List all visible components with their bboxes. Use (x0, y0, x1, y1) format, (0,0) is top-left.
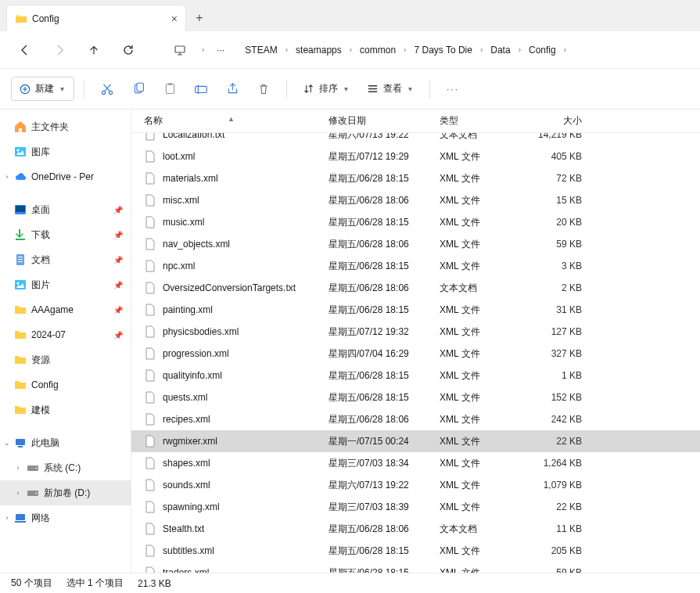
file-row[interactable]: qualityinfo.xml星期五/06/28 18:15XML 文件1 KB (131, 365, 700, 386)
file-modified: 星期五/06/28 18:15 (328, 216, 440, 229)
file-size: 1,079 KB (530, 480, 593, 491)
refresh-button[interactable] (114, 36, 142, 64)
col-type[interactable]: 类型 (440, 114, 530, 128)
chevron-right-icon[interactable]: › (562, 45, 568, 54)
pin-icon: 📌 (113, 306, 123, 314)
copy-button[interactable] (125, 76, 152, 102)
delete-button[interactable] (250, 76, 277, 102)
file-row[interactable]: recipes.xml星期五/06/28 18:06XML 文件242 KB (131, 408, 700, 430)
file-row[interactable]: sounds.xml星期六/07/13 19:22XML 文件1,079 KB (131, 474, 700, 496)
sidebar-item-network[interactable]: ›网络 (0, 505, 131, 530)
file-row[interactable]: rwgmixer.xml星期一/07/15 00:24XML 文件22 KB (131, 430, 700, 452)
file-row[interactable]: physicsbodies.xml星期五/07/12 19:32XML 文件12… (131, 321, 700, 343)
sidebar-item-desktop[interactable]: 桌面📌 (0, 197, 131, 222)
view-button[interactable]: 查看 ▾ (361, 82, 420, 95)
breadcrumb-overflow[interactable]: ··· (212, 41, 229, 59)
col-name[interactable]: 名称▲ (131, 114, 328, 128)
file-row[interactable]: music.xml星期五/06/28 18:15XML 文件20 KB (131, 211, 700, 233)
up-button[interactable] (80, 36, 108, 64)
file-row[interactable]: Localization.txt星期六/07/13 19:22文本文档14,21… (131, 133, 700, 146)
file-row[interactable]: misc.xml星期五/06/28 18:06XML 文件15 KB (131, 189, 700, 211)
chevron-right-icon[interactable]: › (402, 45, 407, 54)
file-row[interactable]: painting.xml星期五/06/28 18:15XML 文件31 KB (131, 299, 700, 321)
file-name: misc.xml (163, 195, 199, 206)
file-row[interactable]: nav_objects.xml星期五/06/28 18:06XML 文件59 K… (131, 233, 700, 255)
chevron-down-icon: ▾ (59, 84, 66, 93)
forward-button[interactable] (45, 36, 74, 64)
breadcrumb-common[interactable]: common (355, 41, 400, 59)
chevron-right-icon[interactable]: › (479, 45, 484, 54)
file-modified: 星期三/07/03 18:39 (328, 501, 440, 514)
file-row[interactable]: progression.xml星期四/07/04 16:29XML 文件327 … (131, 343, 700, 365)
chevron-right-icon[interactable]: › (284, 45, 289, 54)
file-modified: 星期五/06/28 18:06 (328, 194, 440, 207)
file-modified: 星期五/06/28 18:06 (328, 523, 440, 536)
file-row[interactable]: npc.xml星期五/06/28 18:15XML 文件3 KB (131, 255, 700, 277)
sidebar-item-label: 图库 (31, 146, 50, 159)
sort-button[interactable]: 排序 ▾ (296, 82, 356, 95)
breadcrumb-data[interactable]: Data (486, 41, 515, 59)
paste-button[interactable] (156, 76, 183, 102)
sidebar-item-label: 文档 (31, 253, 50, 267)
sidebar-item-2024-07[interactable]: 2024-07📌 (0, 322, 131, 347)
more-button[interactable]: ··· (440, 76, 466, 102)
file-list[interactable]: Localization.txt星期六/07/13 19:22文本文档14,21… (131, 133, 700, 573)
sidebar-item-config[interactable]: Config (0, 372, 131, 397)
expand-icon[interactable]: ⌄ (3, 439, 11, 447)
file-modified: 星期三/07/03 18:34 (328, 457, 440, 470)
chevron-right-icon[interactable]: › (200, 45, 206, 54)
svg-rect-20 (16, 439, 25, 445)
file-row[interactable]: traders.xml星期五/06/28 18:15XML 文件59 KB (131, 562, 700, 573)
file-row[interactable]: subtitles.xml星期五/06/28 18:15XML 文件205 KB (131, 540, 700, 562)
col-modified[interactable]: 修改日期 (328, 114, 440, 128)
file-type: XML 文件 (440, 479, 530, 492)
expand-icon[interactable]: › (3, 514, 11, 522)
sidebar-item-pictures[interactable]: 图片📌 (0, 272, 131, 297)
sidebar-item-d[interactable]: ›新加卷 (D:) (0, 480, 131, 505)
command-bar: 新建 ▾ 排序 ▾ 查看 ▾ ··· (0, 69, 700, 110)
tab-config[interactable]: Config × (6, 5, 186, 31)
sidebar-item-jianmo[interactable]: 建模 (0, 397, 131, 422)
file-row[interactable]: shapes.xml星期三/07/03 18:34XML 文件1,264 KB (131, 452, 700, 474)
back-button[interactable] (11, 36, 39, 64)
close-icon[interactable]: × (171, 13, 178, 25)
file-type: 文本文档 (440, 523, 530, 536)
sidebar-item-ziyuan[interactable]: 资源 (0, 347, 131, 372)
breadcrumb-steam[interactable]: STEAM (240, 41, 282, 59)
share-button[interactable] (219, 76, 246, 102)
sidebar-item-thispc[interactable]: ⌄此电脑 (0, 430, 131, 455)
file-type: XML 文件 (440, 566, 530, 573)
sidebar-item-aaagame[interactable]: AAAgame📌 (0, 297, 131, 322)
file-row[interactable]: quests.xml星期五/06/28 18:15XML 文件152 KB (131, 386, 700, 408)
file-row[interactable]: materials.xml星期五/06/28 18:15XML 文件72 KB (131, 167, 700, 189)
file-row[interactable]: OversizedConversionTargets.txt星期五/06/28 … (131, 277, 700, 299)
svg-rect-7 (167, 83, 171, 85)
cut-button[interactable] (94, 76, 120, 102)
breadcrumb-7-days-to-die[interactable]: 7 Days To Die (409, 41, 476, 59)
breadcrumb-config[interactable]: Config (524, 41, 561, 59)
sidebar-item-onedrive[interactable]: ›OneDrive - Per (0, 164, 131, 189)
rename-button[interactable] (188, 76, 214, 102)
file-size: 59 KB (530, 567, 593, 573)
chevron-right-icon[interactable]: › (517, 45, 522, 54)
pc-icon[interactable] (166, 36, 194, 64)
new-tab-button[interactable]: + (186, 5, 213, 31)
sidebar-item-gallery[interactable]: 图库 (0, 139, 131, 164)
sidebar-item-downloads[interactable]: 下载📌 (0, 222, 131, 247)
sidebar-item-label: Config (31, 379, 59, 390)
breadcrumb-steamapps[interactable]: steamapps (291, 41, 346, 59)
sidebar-item-documents[interactable]: 文档📌 (0, 247, 131, 272)
new-button[interactable]: 新建 ▾ (11, 77, 74, 101)
svg-point-3 (109, 91, 112, 94)
chevron-right-icon[interactable]: › (348, 45, 354, 54)
sidebar-item-c[interactable]: ›系统 (C:) (0, 455, 131, 480)
col-size[interactable]: 大小 (530, 114, 593, 128)
file-row[interactable]: spawning.xml星期三/07/03 18:39XML 文件22 KB (131, 496, 700, 518)
file-type: XML 文件 (440, 238, 530, 251)
expand-icon[interactable]: › (14, 464, 22, 472)
expand-icon[interactable]: › (14, 489, 22, 497)
sidebar-item-home[interactable]: 主文件夹 (0, 114, 131, 139)
file-row[interactable]: loot.xml星期五/07/12 19:29XML 文件405 KB (131, 146, 700, 167)
expand-icon[interactable]: › (3, 173, 11, 181)
file-row[interactable]: Stealth.txt星期五/06/28 18:06文本文档11 KB (131, 518, 700, 540)
